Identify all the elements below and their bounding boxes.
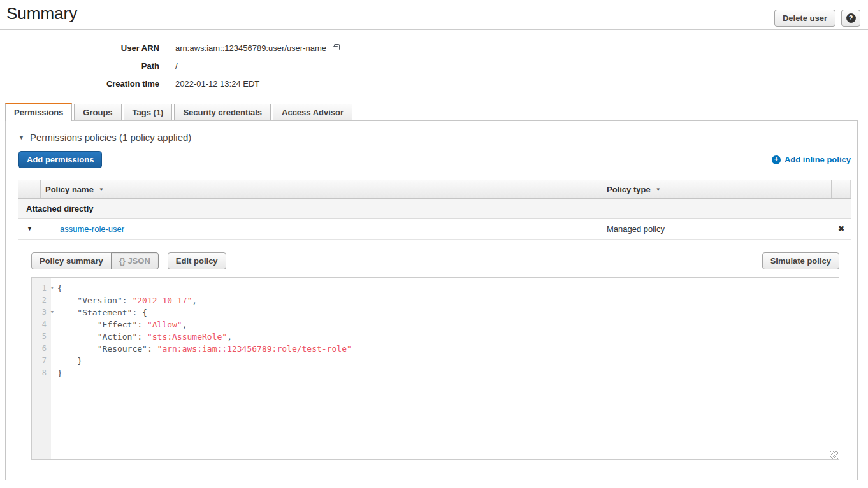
- policy-type-cell: Managed policy: [602, 224, 832, 234]
- user-details: User ARN arn:aws:iam::123456789:user/use…: [0, 39, 868, 92]
- line-number: 7: [32, 355, 51, 367]
- code-line: "Statement": {: [57, 306, 839, 319]
- policy-type-column-header[interactable]: Policy type ▼: [602, 180, 832, 198]
- json-editor[interactable]: 1▼23▼45678 { "Version": "2012-10-17", "S…: [31, 277, 839, 460]
- policy-name-link[interactable]: assume-role-user: [60, 224, 124, 234]
- page-title: Summary: [6, 4, 77, 24]
- add-inline-policy-link[interactable]: + Add inline policy: [772, 155, 851, 164]
- path-value: /: [175, 61, 178, 71]
- line-number: 6: [32, 343, 51, 355]
- permissions-policies-title: Permissions policies (1 policy applied): [30, 132, 191, 143]
- policy-view-button-group: Policy summary {} JSON: [31, 252, 159, 269]
- path-row: Path /: [0, 57, 868, 75]
- line-number: 8: [32, 367, 51, 379]
- policy-summary-button[interactable]: Policy summary: [31, 252, 112, 269]
- tab-bar: Permissions Groups Tags (1) Security cre…: [0, 102, 868, 120]
- policy-detail-panel: Policy summary {} JSON Edit policy Simul…: [18, 240, 851, 473]
- tab-groups[interactable]: Groups: [74, 104, 121, 120]
- path-label: Path: [0, 61, 159, 71]
- question-mark-icon: ?: [846, 13, 856, 23]
- json-view-button[interactable]: {} JSON: [111, 252, 159, 269]
- line-number: 3▼: [32, 306, 51, 319]
- editor-gutter: 1▼23▼45678: [32, 278, 51, 459]
- dropdown-caret-icon: ▼: [99, 187, 104, 192]
- attached-directly-group-row: Attached directly: [18, 199, 851, 219]
- topbar: Summary Delete user ?: [0, 0, 868, 30]
- row-expand-caret[interactable]: ▼: [18, 226, 41, 232]
- policy-name-cell: assume-role-user: [41, 224, 602, 234]
- user-arn-row: User ARN arn:aws:iam::123456789:user/use…: [0, 39, 868, 57]
- permissions-policies-section-toggle[interactable]: ▼ Permissions policies (1 policy applied…: [18, 132, 851, 143]
- user-arn-label: User ARN: [0, 43, 159, 53]
- code-line: "Version": "2012-10-17",: [57, 294, 839, 306]
- edit-policy-button[interactable]: Edit policy: [168, 252, 226, 269]
- line-number: 2: [32, 294, 51, 306]
- policy-table: Policy name ▼ Policy type ▼ Attached dir…: [18, 180, 851, 473]
- line-number: 4: [32, 319, 51, 331]
- line-number: 1▼: [32, 282, 51, 294]
- policy-view-buttons: Policy summary {} JSON Edit policy: [31, 252, 226, 269]
- user-arn-value: arn:aws:iam::123456789:user/user-name: [175, 43, 326, 53]
- line-number: 5: [32, 331, 51, 343]
- policy-row: ▼ assume-role-user Managed policy ✖: [18, 219, 851, 240]
- code-line: {: [57, 282, 839, 294]
- code-line: }: [57, 355, 839, 367]
- policy-detail-toolbar: Policy summary {} JSON Edit policy Simul…: [31, 252, 851, 269]
- editor-code[interactable]: { "Version": "2012-10-17", "Statement": …: [51, 278, 839, 459]
- code-line: "Action": "sts:AssumeRole",: [57, 331, 839, 343]
- remove-policy-x-icon[interactable]: ✖: [832, 224, 851, 233]
- permissions-panel: ▼ Permissions policies (1 policy applied…: [5, 120, 858, 480]
- help-button[interactable]: ?: [841, 10, 860, 27]
- creation-time-row: Creation time 2022-01-12 13:24 EDT: [0, 75, 868, 92]
- actions-column-header: [832, 180, 851, 198]
- tab-tags[interactable]: Tags (1): [124, 104, 173, 120]
- add-inline-policy-label: Add inline policy: [785, 155, 851, 164]
- policy-name-column-header[interactable]: Policy name ▼: [41, 180, 602, 198]
- creation-time-label: Creation time: [0, 79, 159, 89]
- editor-resize-handle[interactable]: [830, 451, 838, 459]
- dropdown-caret-icon: ▼: [656, 187, 661, 192]
- policy-table-header: Policy name ▼ Policy type ▼: [18, 180, 851, 199]
- policy-name-header-label: Policy name: [45, 185, 94, 194]
- tab-access-advisor[interactable]: Access Advisor: [273, 104, 352, 120]
- code-line: "Resource": "arn:aws:iam::123456789:role…: [57, 343, 839, 355]
- simulate-policy-button[interactable]: Simulate policy: [762, 252, 839, 269]
- plus-circle-icon: +: [772, 155, 781, 164]
- policy-type-header-label: Policy type: [607, 185, 651, 194]
- tab-permissions[interactable]: Permissions: [5, 103, 72, 121]
- fold-caret-icon[interactable]: ▼: [51, 306, 54, 319]
- tab-security-credentials[interactable]: Security credentials: [174, 104, 271, 120]
- fold-caret-icon[interactable]: ▼: [51, 282, 54, 294]
- copy-icon[interactable]: [331, 43, 341, 53]
- delete-user-button[interactable]: Delete user: [774, 10, 835, 27]
- expand-column-header: [18, 180, 41, 198]
- topbar-actions: Delete user ?: [774, 10, 860, 27]
- policy-actions-row: Add permissions + Add inline policy: [18, 151, 851, 168]
- add-permissions-button[interactable]: Add permissions: [18, 151, 102, 168]
- code-line: }: [57, 367, 839, 379]
- collapse-caret-icon: ▼: [18, 134, 24, 141]
- user-arn-value-wrap: arn:aws:iam::123456789:user/user-name: [175, 43, 341, 53]
- creation-time-value: 2022-01-12 13:24 EDT: [175, 79, 259, 89]
- code-line: "Effect": "Allow",: [57, 319, 839, 331]
